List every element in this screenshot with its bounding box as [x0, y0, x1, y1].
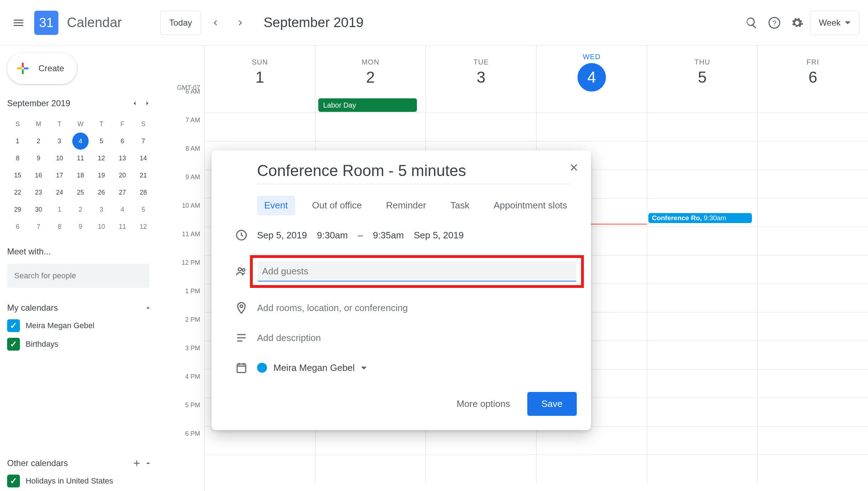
- search-button[interactable]: [742, 13, 762, 33]
- mini-day[interactable]: 17: [49, 167, 70, 184]
- mini-day[interactable]: 5: [91, 133, 112, 150]
- event-type-tab[interactable]: Appointment slots: [486, 196, 574, 215]
- mini-day[interactable]: 9: [70, 218, 91, 235]
- grid-cell[interactable]: [758, 369, 868, 398]
- add-guests-input[interactable]: [258, 262, 576, 281]
- mini-day[interactable]: 1: [49, 201, 70, 218]
- mini-day[interactable]: 2: [28, 133, 49, 150]
- mini-day[interactable]: 21: [133, 167, 154, 184]
- grid-cell[interactable]: [758, 255, 868, 284]
- allday-cell[interactable]: [758, 98, 868, 113]
- end-date[interactable]: Sep 5, 2019: [414, 230, 464, 241]
- mini-day[interactable]: 14: [133, 150, 154, 167]
- grid-cell[interactable]: [647, 255, 758, 284]
- allday-cell[interactable]: Labor Day: [315, 98, 426, 113]
- mini-day[interactable]: 29: [7, 201, 28, 218]
- search-people-input[interactable]: [7, 264, 150, 288]
- day-header[interactable]: MON2: [315, 46, 426, 98]
- allday-event[interactable]: Labor Day: [318, 98, 417, 112]
- mini-day[interactable]: 5: [133, 201, 154, 218]
- grid-cell[interactable]: [758, 284, 868, 312]
- settings-button[interactable]: [787, 13, 807, 33]
- grid-cell[interactable]: [205, 113, 315, 141]
- mini-day[interactable]: 3: [91, 201, 112, 218]
- mini-day[interactable]: 24: [49, 184, 70, 201]
- event-type-tab[interactable]: Reminder: [379, 196, 433, 215]
- mini-prev-month[interactable]: [128, 97, 141, 110]
- mini-day[interactable]: 6: [112, 133, 133, 150]
- mini-day[interactable]: 11: [112, 218, 133, 235]
- grid-cell[interactable]: [537, 427, 647, 455]
- allday-cell[interactable]: [537, 98, 647, 113]
- grid-cell[interactable]: [758, 312, 868, 341]
- day-header[interactable]: TUE3: [426, 46, 537, 98]
- grid-cell[interactable]: [647, 312, 758, 341]
- mini-day[interactable]: 3: [49, 133, 70, 150]
- add-other-calendar[interactable]: [131, 458, 142, 469]
- grid-cell[interactable]: [315, 427, 426, 455]
- next-week-button[interactable]: [231, 13, 251, 33]
- grid-cell[interactable]: [647, 227, 758, 255]
- grid-cell[interactable]: [647, 427, 758, 455]
- grid-cell[interactable]: [647, 113, 758, 141]
- save-button[interactable]: Save: [527, 392, 577, 416]
- event-type-tab[interactable]: Event: [257, 196, 295, 215]
- main-menu-button[interactable]: [9, 13, 28, 33]
- mini-day[interactable]: 6: [7, 218, 28, 235]
- mini-day[interactable]: 4: [72, 133, 88, 150]
- grid-cell[interactable]: [205, 455, 315, 483]
- mini-day[interactable]: 8: [49, 218, 70, 235]
- grid-cell[interactable]: [758, 427, 868, 455]
- grid-cell[interactable]: [315, 113, 426, 141]
- mini-day[interactable]: 7: [28, 218, 49, 235]
- day-header[interactable]: THU5: [647, 46, 758, 98]
- mini-day[interactable]: 7: [133, 133, 154, 150]
- grid-cell[interactable]: [758, 455, 868, 483]
- grid-cell[interactable]: [537, 113, 647, 141]
- add-location-button[interactable]: Add rooms, location, or conferencing: [257, 303, 408, 314]
- day-header[interactable]: FRI6: [758, 46, 868, 98]
- start-date[interactable]: Sep 5, 2019: [257, 230, 307, 241]
- mini-day[interactable]: 11: [70, 150, 91, 167]
- help-button[interactable]: ?: [764, 13, 784, 33]
- start-time[interactable]: 9:30am: [317, 230, 348, 241]
- grid-cell[interactable]: [758, 198, 868, 227]
- grid-cell[interactable]: [426, 455, 537, 483]
- grid-cell[interactable]: [758, 113, 868, 141]
- mini-day[interactable]: 13: [112, 150, 133, 167]
- event-chip[interactable]: Conference Ro, 9:30am: [648, 213, 752, 223]
- create-event-button[interactable]: Create: [7, 53, 77, 84]
- mini-day[interactable]: 1: [7, 133, 28, 150]
- today-button[interactable]: Today: [160, 11, 201, 35]
- mini-day[interactable]: 19: [91, 167, 112, 184]
- grid-cell[interactable]: [537, 455, 647, 483]
- calendar-item[interactable]: ✓Birthdays: [7, 338, 154, 351]
- grid-cell[interactable]: [647, 284, 758, 312]
- mini-day[interactable]: 4: [112, 201, 133, 218]
- mini-day[interactable]: 20: [112, 167, 133, 184]
- mini-day[interactable]: 12: [133, 218, 154, 235]
- mini-day[interactable]: 23: [28, 184, 49, 201]
- end-time[interactable]: 9:35am: [373, 230, 404, 241]
- grid-cell[interactable]: [758, 341, 868, 369]
- event-type-tab[interactable]: Out of office: [305, 196, 369, 215]
- grid-cell[interactable]: [647, 398, 758, 426]
- add-description-button[interactable]: Add description: [257, 332, 321, 343]
- my-calendars-toggle[interactable]: [142, 302, 154, 314]
- mini-next-month[interactable]: [141, 97, 154, 110]
- grid-cell[interactable]: [315, 455, 426, 483]
- grid-cell[interactable]: [758, 170, 868, 198]
- mini-day[interactable]: 26: [91, 184, 112, 201]
- grid-cell[interactable]: [647, 455, 758, 483]
- grid-cell[interactable]: [758, 398, 868, 426]
- event-type-tab[interactable]: Task: [443, 196, 476, 215]
- grid-cell[interactable]: [647, 341, 758, 369]
- grid-cell[interactable]: [647, 170, 758, 198]
- mini-day[interactable]: 22: [7, 184, 28, 201]
- mini-day[interactable]: 10: [91, 218, 112, 235]
- day-header[interactable]: SUN1: [205, 46, 315, 98]
- mini-day[interactable]: 12: [91, 150, 112, 167]
- mini-day[interactable]: 8: [7, 150, 28, 167]
- other-calendars-toggle[interactable]: [142, 458, 154, 469]
- mini-day[interactable]: 25: [70, 184, 91, 201]
